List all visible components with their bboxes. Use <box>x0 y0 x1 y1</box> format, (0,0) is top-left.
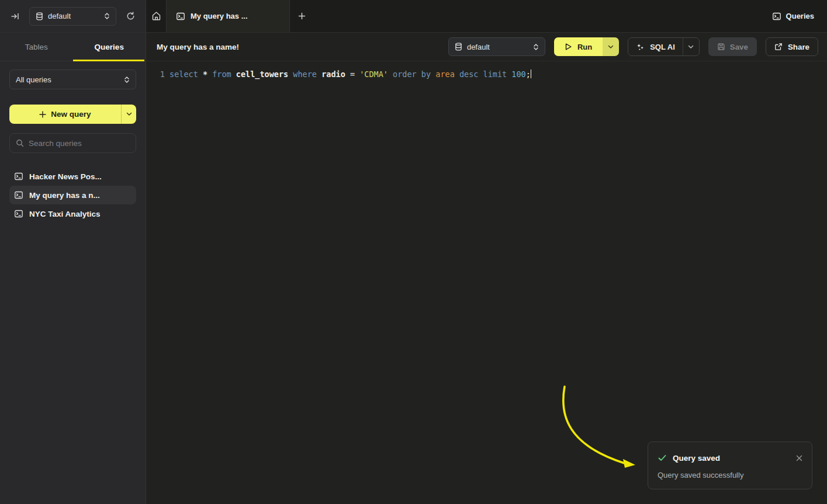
query-search <box>9 133 136 153</box>
sparkles-icon <box>636 43 645 51</box>
header-database-select[interactable]: default <box>448 37 545 56</box>
query-title: My query has a name! <box>157 43 239 51</box>
plus-icon <box>39 111 46 118</box>
tab-label: My query has ... <box>191 12 248 20</box>
sidebar-tabs: Tables Queries <box>0 33 146 61</box>
toast-title: Query saved <box>673 454 720 463</box>
search-icon <box>16 139 24 147</box>
topbar-database-value: default <box>48 12 99 20</box>
toast-header: Query saved <box>658 453 802 463</box>
topbar-spacer <box>313 0 759 32</box>
sql-token: * <box>203 69 212 79</box>
sidebar-tab-queries[interactable]: Queries <box>73 33 146 61</box>
sql-token: area <box>435 69 459 79</box>
save-button[interactable]: Save <box>708 37 757 56</box>
queries-link[interactable]: Queries <box>759 0 827 32</box>
toast-close-button[interactable] <box>796 455 802 461</box>
sql-editor[interactable]: 1 select * from cell_towers where radio … <box>146 61 827 81</box>
sql-token: from <box>212 69 236 79</box>
query-list-item[interactable]: NYC Taxi Analytics <box>9 204 136 223</box>
line-number: 1 <box>146 68 165 81</box>
close-icon <box>796 455 802 461</box>
refresh-button[interactable] <box>122 8 139 25</box>
text-cursor <box>531 69 532 78</box>
share-label: Share <box>788 43 809 51</box>
tab-strip: My query has ... Queries <box>146 0 827 32</box>
search-queries-input[interactable] <box>29 139 132 148</box>
query-console-icon <box>14 190 23 200</box>
home-icon <box>151 11 161 21</box>
new-tab-button[interactable] <box>290 0 313 32</box>
chevron-down-icon <box>126 112 132 116</box>
sql-ai-dropdown-button[interactable] <box>683 38 699 55</box>
new-query-dropdown-button[interactable] <box>121 105 136 124</box>
sql-token: order by <box>393 69 435 79</box>
sql-ai-label: SQL AI <box>650 43 675 51</box>
check-icon <box>658 453 667 463</box>
sql-ai-split-button: SQL AI <box>628 37 700 56</box>
save-label: Save <box>730 43 748 51</box>
sql-token: 100 <box>511 69 525 79</box>
query-list: Hacker News Pos... My query has a n... <box>9 167 136 223</box>
chevron-down-icon <box>608 45 614 49</box>
sql-console-app: default <box>0 0 827 504</box>
run-dropdown-button[interactable] <box>603 37 619 56</box>
code-line-tokens: select * from cell_towers where radio = … <box>169 69 531 79</box>
play-icon <box>565 43 572 51</box>
refresh-icon <box>126 12 135 20</box>
chevron-updown-icon <box>104 12 110 20</box>
code-line: select * from cell_towers where radio = … <box>165 68 531 81</box>
query-console-icon <box>14 209 23 218</box>
toast-query-saved: Query saved Query saved successfully <box>648 442 812 489</box>
new-query-label: New query <box>51 110 91 119</box>
sql-token: ; <box>526 69 531 79</box>
collapse-sidebar-button[interactable] <box>7 8 23 25</box>
queries-link-label: Queries <box>786 12 814 20</box>
query-item-label: My query has a n... <box>29 191 100 200</box>
sql-token: 'CDMA' <box>359 69 393 79</box>
tab-my-query[interactable]: My query has ... <box>166 0 290 32</box>
query-console-icon <box>772 12 781 21</box>
home-button[interactable] <box>146 0 166 32</box>
chevron-down-icon <box>688 45 694 49</box>
query-list-item-selected[interactable]: My query has a n... <box>9 186 136 204</box>
sql-token: where <box>293 69 321 79</box>
sql-token: radio <box>321 69 350 79</box>
floppy-icon <box>717 43 725 51</box>
new-query-button[interactable]: New query <box>9 105 121 124</box>
query-item-label: NYC Taxi Analytics <box>29 210 101 218</box>
query-item-label: Hacker News Pos... <box>29 172 102 181</box>
plus-icon <box>298 12 306 20</box>
share-icon <box>774 43 783 51</box>
sql-token: limit <box>483 69 512 79</box>
sql-token: desc <box>459 69 483 79</box>
sql-token: cell_towers <box>236 69 293 79</box>
toast-message: Query saved successfully <box>658 471 802 479</box>
top-bar: default <box>0 0 827 33</box>
chevron-updown-icon <box>124 76 130 84</box>
header-database-value: default <box>467 43 528 51</box>
top-bar-left: default <box>0 0 146 32</box>
sql-token: select <box>169 69 203 79</box>
sql-token: = <box>350 69 359 79</box>
sidebar-tab-tables[interactable]: Tables <box>0 33 73 61</box>
share-button[interactable]: Share <box>766 37 818 56</box>
new-query-split-button: New query <box>9 105 136 124</box>
chevron-updown-icon <box>533 43 539 51</box>
run-label: Run <box>577 43 592 51</box>
header-actions: default Run <box>448 37 818 56</box>
run-split-button: Run <box>554 37 619 56</box>
sidebar: Tables Queries All queries <box>0 33 146 504</box>
query-list-item[interactable]: Hacker News Pos... <box>9 167 136 186</box>
query-header: My query has a name! default <box>146 33 827 61</box>
query-filter-select[interactable]: All queries <box>9 69 136 89</box>
query-filter-value: All queries <box>16 75 119 84</box>
database-icon <box>455 43 462 51</box>
database-icon <box>36 12 43 20</box>
sidebar-body: All queries New query <box>0 61 146 231</box>
collapse-sidebar-icon <box>11 12 20 21</box>
sql-ai-button[interactable]: SQL AI <box>628 38 683 55</box>
run-button[interactable]: Run <box>554 37 603 56</box>
topbar-database-select[interactable]: default <box>29 7 116 26</box>
query-console-icon <box>176 12 185 21</box>
